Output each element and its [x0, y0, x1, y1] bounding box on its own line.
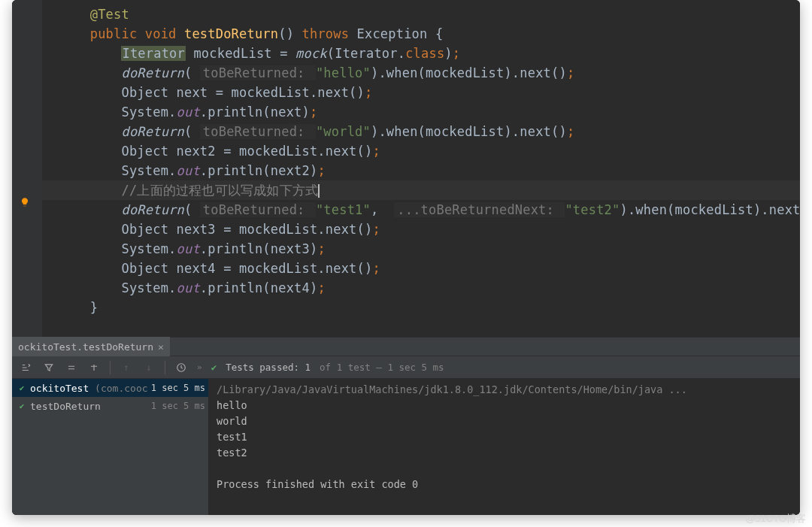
filter-icon[interactable]	[42, 361, 56, 374]
next-icon[interactable]: ↓	[142, 361, 156, 374]
code-line[interactable]: System.out.println(next3);	[42, 239, 800, 259]
tests-total-label: of 1 test – 1 sec 5 ms	[320, 362, 444, 373]
check-icon: ✔	[17, 383, 27, 393]
test-tree-row[interactable]: ✔testDoReturn1 sec 5 ms	[12, 397, 208, 415]
check-icon: ✔	[17, 401, 27, 411]
console-line: test1	[217, 429, 792, 445]
test-name: testDoReturn	[30, 401, 148, 412]
results-area: ✔ockitoTest (com.coocaa.a1 sec 5 ms✔test…	[12, 379, 800, 515]
run-tab[interactable]: ockitoTest.testDoReturn ×	[12, 337, 170, 356]
code-line[interactable]: Object next4 = mockedList.next();	[42, 259, 800, 278]
test-duration: 1 sec 5 ms	[148, 401, 205, 411]
console-line: world	[217, 413, 792, 429]
code-line[interactable]: System.out.println(next4);	[42, 278, 800, 298]
test-duration: 1 sec 5 ms	[148, 383, 205, 393]
test-name: ockitoTest (com.coocaa.a	[30, 383, 148, 394]
code-line[interactable]: doReturn( toBeReturned: "test1", ...toBe…	[42, 200, 800, 220]
code-line[interactable]: //上面的过程也可以写成如下方式	[42, 180, 800, 200]
test-tree-row[interactable]: ✔ockitoTest (com.coocaa.a1 sec 5 ms	[12, 379, 208, 397]
test-tree[interactable]: ✔ockitoTest (com.coocaa.a1 sec 5 ms✔test…	[12, 379, 209, 515]
editor-area[interactable]: @Test public void testDoReturn() throws …	[12, 0, 800, 337]
code-line[interactable]: System.out.println(next);	[42, 102, 800, 122]
history-icon[interactable]	[174, 361, 188, 374]
toolbar-separator	[110, 361, 111, 374]
console-line: hello	[217, 398, 792, 413]
check-icon: ✔	[211, 362, 217, 373]
code-line[interactable]: doReturn( toBeReturned: "world").when(mo…	[42, 122, 800, 141]
code-pane[interactable]: @Test public void testDoReturn() throws …	[42, 0, 800, 337]
bulb-icon[interactable]	[20, 197, 30, 207]
test-toolbar: ↑ ↓ » ✔ Tests passed: 1 of 1 test – 1 se…	[12, 356, 800, 379]
close-icon[interactable]: ×	[158, 341, 164, 353]
tests-passed-label: Tests passed: 1	[226, 362, 311, 373]
console-output[interactable]: /Library/Java/JavaVirtualMachines/jdk1.8…	[209, 379, 800, 515]
code-line[interactable]: Object next3 = mockedList.next();	[42, 220, 800, 239]
toolbar-separator	[165, 361, 165, 374]
chevron-right-icon: »	[197, 362, 202, 372]
code-line[interactable]: doReturn( toBeReturned: "hello").when(mo…	[42, 63, 800, 83]
code-line[interactable]: @Test	[42, 5, 800, 24]
watermark: @51CTO博客	[745, 512, 806, 525]
code-line[interactable]: public void testDoReturn() throws Except…	[42, 24, 800, 44]
code-line[interactable]: Iterator mockedList = mock(Iterator.clas…	[42, 44, 800, 63]
sort-icon[interactable]	[20, 361, 33, 374]
code-line[interactable]: System.out.println(next2);	[42, 161, 800, 180]
code-line[interactable]: Object next2 = mockedList.next();	[42, 141, 800, 161]
ide-frame: @Test public void testDoReturn() throws …	[12, 0, 800, 515]
editor-gutter	[12, 0, 42, 337]
collapse-icon[interactable]	[65, 361, 78, 374]
code-line[interactable]: }	[42, 298, 800, 317]
expand-icon[interactable]	[87, 361, 101, 374]
console-line: test2	[217, 445, 792, 461]
run-tab-strip: ockitoTest.testDoReturn ×	[12, 337, 800, 356]
run-tab-label: ockitoTest.testDoReturn	[18, 341, 153, 353]
console-line	[217, 461, 792, 477]
prev-icon[interactable]: ↑	[120, 361, 133, 374]
console-path: /Library/Java/JavaVirtualMachines/jdk1.8…	[217, 382, 792, 398]
code-line[interactable]: Object next = mockedList.next();	[42, 83, 800, 102]
console-line: Process finished with exit code 0	[217, 477, 792, 492]
caret	[318, 184, 320, 198]
